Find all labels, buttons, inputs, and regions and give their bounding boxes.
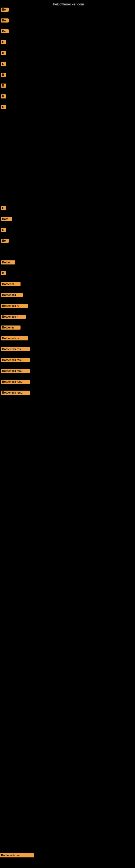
badge-10: E	[1, 105, 6, 109]
badge-16: B	[1, 271, 6, 275]
badge-23: Bottleneck resu	[1, 347, 30, 351]
badge-5: B	[1, 51, 6, 55]
badge-4: E	[1, 40, 6, 44]
badge-17: Bottlenec	[1, 282, 20, 286]
badge-27: Bottleneck resu	[1, 391, 30, 395]
badge-15: Bottle	[1, 260, 15, 265]
badge-7: B	[1, 73, 6, 77]
badge-26: Bottleneck resu	[1, 380, 30, 384]
badge-9: E	[1, 94, 6, 98]
badge-24: Bottleneck resu	[1, 358, 30, 362]
badge-1: Bo	[1, 8, 9, 12]
badge-25: Bottleneck resu	[1, 369, 30, 373]
badge-18: Bottleneck	[1, 293, 23, 297]
badge-8: B	[1, 84, 6, 88]
badge-3: Ba	[1, 29, 9, 33]
badge-20: Bottleneck r	[1, 315, 26, 319]
badge-6: E	[1, 62, 6, 66]
badge-13: E	[1, 228, 6, 232]
badge-19: Bottleneck re	[1, 304, 28, 308]
badge-14: Bo	[1, 239, 9, 243]
badge-28: Bottleneck res	[0, 854, 34, 858]
badge-21: Bottlenec	[1, 326, 20, 330]
badge-2: Bo	[1, 19, 9, 23]
badge-12: Bott	[1, 217, 12, 221]
site-title: TheBottlenecker.com	[51, 2, 84, 6]
badge-22: Bottleneck re	[1, 336, 28, 340]
badge-11: E	[1, 206, 6, 210]
